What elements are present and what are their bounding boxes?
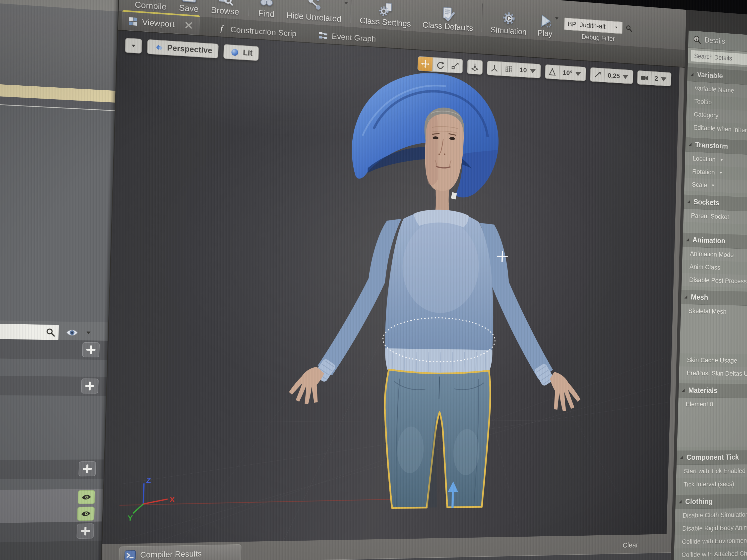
lit-sphere-icon <box>230 47 240 57</box>
add-button[interactable] <box>82 342 100 357</box>
search-icon <box>45 327 56 338</box>
viewport-options-button[interactable] <box>125 38 142 54</box>
rotation-snap-value[interactable]: 10° <box>559 66 586 81</box>
property-label: Location <box>693 155 716 163</box>
grid-snap-value[interactable]: 10 <box>516 63 540 78</box>
collapse-arrow-icon <box>686 199 691 204</box>
grid-snap-button[interactable] <box>502 62 517 76</box>
close-icon[interactable] <box>183 20 194 31</box>
row-disable-cloth-simulation[interactable]: Disable Cloth Simulation <box>675 508 747 522</box>
debug-filter-label: Debug Filter <box>582 33 615 43</box>
rotation-snap-button[interactable] <box>545 65 560 79</box>
camera-speed-group: 2 <box>637 70 672 86</box>
row-disable-rigid-body-anim-node[interactable]: Disable Rigid Body Anim Node <box>674 521 747 535</box>
row-element-0[interactable]: Element 0 <box>677 398 747 447</box>
section-title: Mesh <box>691 293 708 302</box>
toolbar-button-label: Save <box>179 3 199 14</box>
row-skeletal-mesh[interactable]: Skeletal Mesh <box>680 304 747 355</box>
rotation-snap-group: 10° <box>545 64 586 81</box>
row-collide-with-attached-children[interactable]: Collide with Attached Children <box>674 546 747 560</box>
scale-snap-button[interactable] <box>590 68 605 82</box>
clear-button[interactable]: Clear <box>622 541 638 550</box>
section-header-mesh[interactable]: Mesh <box>681 290 747 306</box>
section-title: Animation <box>693 236 726 245</box>
row-collide-with-environment[interactable]: Collide with Environment <box>674 534 747 549</box>
section-header-clothing[interactable]: Clothing <box>675 493 747 509</box>
section-header-materials[interactable]: Materials <box>678 383 747 398</box>
property-label: Disable Rigid Body Anim Node <box>682 524 747 533</box>
row-tick-interval-secs[interactable]: Tick Interval (secs) <box>676 477 747 491</box>
property-label: Animation Mode <box>690 250 734 259</box>
toolbar-button-label: Class Settings <box>360 16 411 29</box>
section-header-component-tick[interactable]: Component Tick <box>676 450 747 465</box>
row-scale[interactable]: Scale <box>684 178 747 195</box>
row-parent-socket[interactable]: Parent Socket <box>683 209 747 225</box>
caret-down-icon[interactable] <box>343 0 349 6</box>
scale-snap-value[interactable]: 0,25 <box>604 69 633 84</box>
property-label: Tooltip <box>694 98 712 106</box>
caret-down-icon <box>659 74 668 84</box>
visibility-toggle[interactable] <box>77 506 95 521</box>
play-button[interactable]: Play <box>532 0 559 41</box>
camera-speed-icon <box>640 73 649 82</box>
camera-speed-button[interactable] <box>638 71 652 85</box>
tab-label: Construction Scrip <box>230 25 297 38</box>
view-mode-button[interactable]: Lit <box>223 44 259 61</box>
viewport-canvas[interactable]: Z X Y <box>102 31 679 544</box>
find-icon <box>259 0 275 9</box>
details-search-input[interactable] <box>691 50 747 67</box>
jeans-selected[interactable] <box>382 370 491 508</box>
axis-snap-button[interactable] <box>487 61 502 75</box>
property-label: Collide with Attached Children <box>681 550 747 559</box>
row-skin-cache-usage[interactable]: Skin Cache Usage <box>679 353 747 368</box>
section-transform: TransformLocationRotationScale <box>684 137 747 195</box>
class-settings-button[interactable]: Class Settings <box>354 0 418 32</box>
add-button[interactable] <box>76 524 94 539</box>
section-title: Clothing <box>685 497 713 506</box>
visibility-toggle[interactable] <box>78 490 95 504</box>
rotate-tool-button[interactable] <box>433 57 448 72</box>
scale-tool-icon <box>450 61 460 71</box>
browse-button[interactable]: Browse <box>204 0 246 20</box>
property-label: Parent Socket <box>691 212 729 221</box>
class-defaults-button[interactable]: Class Defaults <box>417 0 480 36</box>
axis-z-label: Z <box>146 476 151 485</box>
variable-row <box>0 489 103 507</box>
row-editable-when-inherited[interactable]: Editable when Inherited <box>686 121 747 139</box>
scale-tool-button[interactable] <box>448 58 463 73</box>
chevron-down-icon[interactable] <box>84 329 93 336</box>
collapse-arrow-icon <box>688 142 693 148</box>
section-sockets: SocketsParent Socket <box>683 194 747 226</box>
row-pre-post-skin-deltas-usage[interactable]: Pre/Post Skin Deltas Usage <box>679 366 747 380</box>
row-disable-post-process-blueprint[interactable]: Disable Post Process Blueprint <box>681 273 747 289</box>
add-button[interactable] <box>81 378 99 394</box>
hide-unrelated-icon <box>307 0 323 12</box>
viewport-3d[interactable]: Z X Y Perspective Lit <box>102 31 679 544</box>
perspective-icon <box>153 42 164 53</box>
debug-search-icon[interactable] <box>625 24 633 33</box>
property-label: Skeletal Mesh <box>688 307 727 315</box>
caret-down-icon <box>719 158 724 162</box>
simulation-button[interactable]: Simulation <box>485 0 533 39</box>
search-input[interactable] <box>0 323 59 340</box>
chevron-down-icon <box>613 25 619 30</box>
find-button[interactable]: Find <box>252 0 282 22</box>
row-start-with-tick-enabled[interactable]: Start with Tick Enabled <box>676 464 747 478</box>
toolbar-button-label: Class Defaults <box>422 20 473 33</box>
tab-compiler-results[interactable]: Compiler Results <box>119 544 241 560</box>
debug-object-select[interactable]: BP_Judith-alt <box>564 18 623 34</box>
property-label: Editable when Inherited <box>693 124 747 135</box>
class-settings-icon <box>378 1 393 18</box>
add-button[interactable] <box>78 461 96 477</box>
rotation-snap-value-label: 10° <box>563 69 572 77</box>
eye-filter-icon[interactable] <box>64 326 80 339</box>
move-tool-button[interactable] <box>418 56 433 71</box>
details-search-row <box>688 48 747 70</box>
caret-down-icon[interactable] <box>554 16 560 21</box>
surface-snap-icon <box>470 62 480 72</box>
axis-snap-icon <box>490 63 499 73</box>
camera-speed-value[interactable]: 2 <box>651 72 671 86</box>
surface-snap-button[interactable] <box>468 60 483 74</box>
my-blueprint-panel <box>0 0 119 560</box>
camera-mode-label: Perspective <box>167 43 212 55</box>
